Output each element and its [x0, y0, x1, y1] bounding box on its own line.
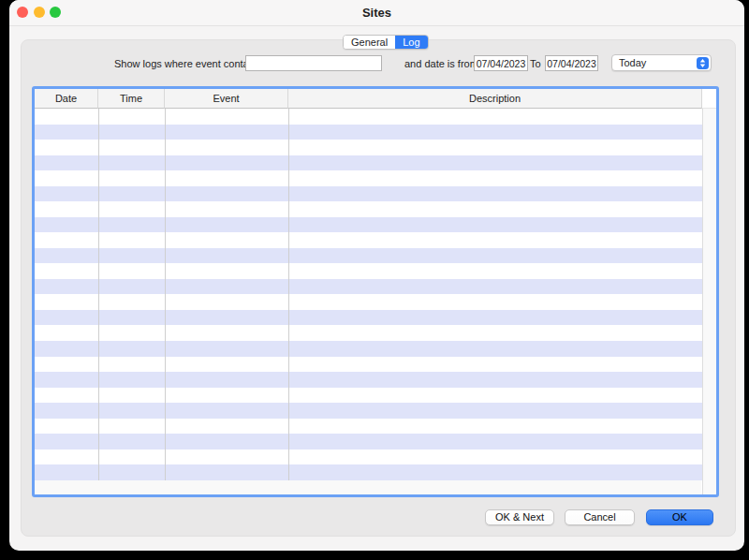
table-row[interactable]: [35, 217, 702, 233]
column-header-date[interactable]: Date: [35, 89, 98, 109]
table-row[interactable]: [35, 186, 702, 202]
date-to-label: To: [530, 58, 541, 69]
table-row[interactable]: [35, 419, 702, 435]
table-row[interactable]: [35, 263, 702, 279]
table-row[interactable]: [35, 294, 702, 310]
event-contains-input[interactable]: [245, 55, 382, 71]
table-row[interactable]: [35, 232, 702, 248]
table-row[interactable]: [35, 357, 702, 373]
table-row[interactable]: [35, 279, 702, 295]
column-header-event[interactable]: Event: [165, 89, 288, 109]
table-rows: [35, 109, 702, 480]
horizontal-scrollbar-track[interactable]: [35, 480, 701, 494]
tab-log[interactable]: Log: [395, 36, 427, 49]
tab-bar: General Log: [343, 35, 429, 50]
ok-button[interactable]: OK: [646, 509, 713, 525]
header-scrollbar-corner: [702, 89, 716, 109]
column-separator: [98, 109, 99, 480]
date-to-input[interactable]: [545, 55, 598, 71]
log-table-header: Date Time Event Description: [35, 89, 716, 109]
table-row[interactable]: [35, 403, 702, 419]
column-separator: [165, 109, 166, 480]
table-row[interactable]: [35, 388, 702, 404]
window-title: Sites: [9, 0, 744, 25]
date-from-label: and date is from: [404, 58, 478, 69]
table-row[interactable]: [35, 125, 702, 140]
table-row[interactable]: [35, 464, 702, 480]
ok-and-next-button[interactable]: OK & Next: [485, 509, 554, 525]
column-header-description[interactable]: Description: [288, 89, 702, 109]
date-from-input[interactable]: [474, 55, 528, 71]
table-row[interactable]: [35, 449, 702, 465]
table-row[interactable]: [35, 201, 702, 217]
column-separator: [288, 109, 289, 480]
log-table: Date Time Event Description: [32, 86, 719, 497]
column-header-time[interactable]: Time: [98, 89, 165, 109]
table-row[interactable]: [35, 155, 702, 171]
table-row[interactable]: [35, 140, 702, 155]
table-row[interactable]: [35, 170, 702, 186]
table-row[interactable]: [35, 310, 702, 326]
date-range-dropdown[interactable]: Today: [611, 54, 712, 71]
screenshot-canvas: Sites General Log Show logs where event …: [0, 0, 749, 560]
cancel-button[interactable]: Cancel: [565, 509, 635, 525]
table-row[interactable]: [35, 434, 702, 449]
chevron-up-down-icon: [697, 57, 709, 69]
tab-general[interactable]: General: [344, 36, 395, 49]
vertical-scrollbar-track[interactable]: [702, 109, 716, 494]
table-row[interactable]: [35, 372, 702, 388]
event-contains-label: Show logs where event contains: [114, 58, 243, 69]
date-range-selected-value: Today: [612, 57, 697, 68]
table-row[interactable]: [35, 109, 702, 125]
sites-dialog-window: Sites General Log Show logs where event …: [9, 0, 744, 551]
title-bar: Sites: [9, 0, 744, 26]
table-row[interactable]: [35, 341, 702, 357]
table-row[interactable]: [35, 325, 702, 341]
table-row[interactable]: [35, 248, 702, 264]
